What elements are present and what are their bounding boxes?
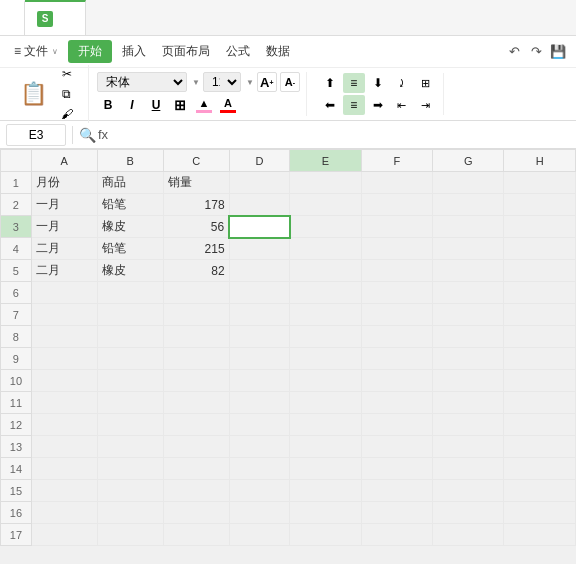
cell-B4[interactable]: 铅笔 [97,238,163,260]
formula-input[interactable] [114,126,570,144]
cell-C7[interactable] [163,304,229,326]
cell-B1[interactable]: 商品 [97,172,163,194]
menu-insert[interactable]: 插入 [116,41,152,62]
align-center-button[interactable]: ≡ [343,95,365,115]
cell-E9[interactable] [290,348,361,370]
cell-E5[interactable] [290,260,361,282]
cell-H15[interactable] [504,480,576,502]
menu-page-layout[interactable]: 页面布局 [156,41,216,62]
row-number-11[interactable]: 11 [1,392,32,414]
cell-D12[interactable] [229,414,289,436]
cell-A6[interactable] [31,282,97,304]
cell-G8[interactable] [433,326,504,348]
cell-D14[interactable] [229,458,289,480]
cell-H1[interactable] [504,172,576,194]
cell-C11[interactable] [163,392,229,414]
undo-button[interactable]: ↶ [504,42,524,62]
cell-D2[interactable] [229,194,289,216]
menu-start[interactable]: 开始 [68,40,112,63]
cell-C2[interactable]: 178 [163,194,229,216]
tab-home[interactable] [0,0,25,35]
font-size-select[interactable]: 11 [203,72,241,92]
row-number-7[interactable]: 7 [1,304,32,326]
cell-A15[interactable] [31,480,97,502]
cell-C16[interactable] [163,502,229,524]
fill-color-button[interactable]: ▲ [193,94,215,116]
cell-H8[interactable] [504,326,576,348]
cell-B13[interactable] [97,436,163,458]
cell-D6[interactable] [229,282,289,304]
cell-D17[interactable] [229,524,289,546]
cell-B14[interactable] [97,458,163,480]
cell-G16[interactable] [433,502,504,524]
cell-D7[interactable] [229,304,289,326]
cell-D4[interactable] [229,238,289,260]
cell-C5[interactable]: 82 [163,260,229,282]
cell-C12[interactable] [163,414,229,436]
cell-A11[interactable] [31,392,97,414]
cell-H10[interactable] [504,370,576,392]
cell-B7[interactable] [97,304,163,326]
row-number-2[interactable]: 2 [1,194,32,216]
cell-E15[interactable] [290,480,361,502]
col-header-b[interactable]: B [97,150,163,172]
cell-H3[interactable] [504,216,576,238]
cell-E17[interactable] [290,524,361,546]
cell-F7[interactable] [361,304,432,326]
cell-F8[interactable] [361,326,432,348]
save-button[interactable]: 💾 [548,42,568,62]
cell-D1[interactable] [229,172,289,194]
cell-G11[interactable] [433,392,504,414]
cell-C15[interactable] [163,480,229,502]
align-top-button[interactable]: ⬆ [319,73,341,93]
cell-B8[interactable] [97,326,163,348]
paste-button[interactable]: 📋 [14,81,52,107]
cell-G14[interactable] [433,458,504,480]
cell-B3[interactable]: 橡皮 [97,216,163,238]
cell-C13[interactable] [163,436,229,458]
cell-A3[interactable]: 一月 [31,216,97,238]
cell-G12[interactable] [433,414,504,436]
cell-A7[interactable] [31,304,97,326]
cell-C17[interactable] [163,524,229,546]
cell-reference-input[interactable] [6,124,66,146]
cell-H14[interactable] [504,458,576,480]
cell-B15[interactable] [97,480,163,502]
row-number-5[interactable]: 5 [1,260,32,282]
col-header-h[interactable]: H [504,150,576,172]
cell-A12[interactable] [31,414,97,436]
cell-F6[interactable] [361,282,432,304]
row-number-17[interactable]: 17 [1,524,32,546]
cell-E8[interactable] [290,326,361,348]
cell-D5[interactable] [229,260,289,282]
cell-C3[interactable]: 56 [163,216,229,238]
row-number-3[interactable]: 3 [1,216,32,238]
cell-G17[interactable] [433,524,504,546]
cell-E12[interactable] [290,414,361,436]
cell-E11[interactable] [290,392,361,414]
cell-B11[interactable] [97,392,163,414]
cell-C14[interactable] [163,458,229,480]
cell-G3[interactable] [433,216,504,238]
cell-C10[interactable] [163,370,229,392]
cell-A10[interactable] [31,370,97,392]
cell-D11[interactable] [229,392,289,414]
cell-G9[interactable] [433,348,504,370]
row-number-12[interactable]: 12 [1,414,32,436]
cut-button[interactable]: ✂ [54,65,82,83]
cell-A5[interactable]: 二月 [31,260,97,282]
cell-E2[interactable] [290,194,361,216]
italic-button[interactable]: I [121,94,143,116]
cell-E10[interactable] [290,370,361,392]
cell-H9[interactable] [504,348,576,370]
font-size-decrease-button[interactable]: A- [280,72,300,92]
cell-F12[interactable] [361,414,432,436]
font-name-select[interactable]: 宋体 [97,72,187,92]
cell-H12[interactable] [504,414,576,436]
cell-G4[interactable] [433,238,504,260]
row-number-8[interactable]: 8 [1,326,32,348]
row-number-4[interactable]: 4 [1,238,32,260]
cell-G15[interactable] [433,480,504,502]
cell-D10[interactable] [229,370,289,392]
cell-E13[interactable] [290,436,361,458]
